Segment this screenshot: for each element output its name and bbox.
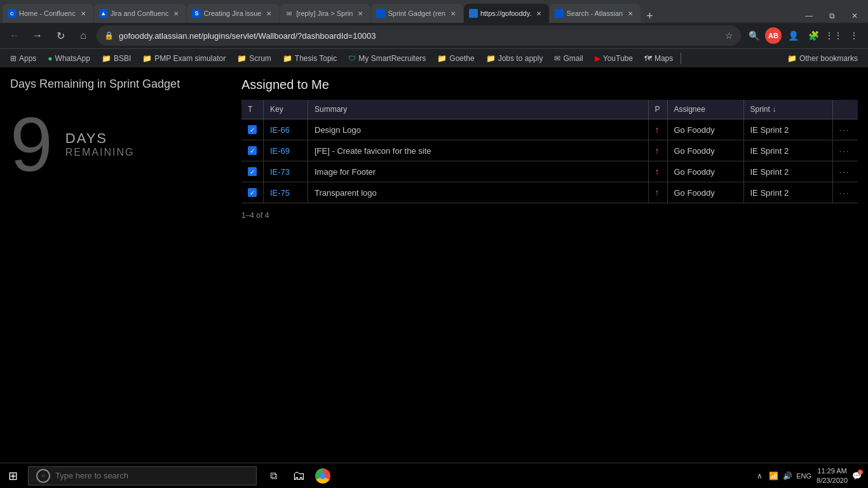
tab-gofooddy-close[interactable]: ✕ bbox=[534, 8, 544, 18]
home-button[interactable]: ⌂ bbox=[74, 26, 93, 45]
more-button-2[interactable]: ··· bbox=[839, 167, 850, 177]
clock-date-label: 8/23/2020 bbox=[817, 476, 848, 485]
profile-icon[interactable]: 👤 bbox=[784, 27, 802, 44]
new-tab-button[interactable]: + bbox=[641, 10, 658, 23]
days-display: 9 DAYS REMAINING bbox=[10, 106, 226, 182]
back-button[interactable]: ← bbox=[5, 26, 24, 45]
col-header-summary[interactable]: Summary bbox=[308, 100, 649, 119]
bookmarks-bar: ⊞ Apps ● WhatsApp 📁 BSBI 📁 PMP Exam simu… bbox=[0, 48, 868, 67]
table-row[interactable]: IE-69 [FE] - Create favicon for the site… bbox=[241, 140, 858, 161]
search-icon[interactable]: 🔍 bbox=[745, 27, 763, 44]
menu-icon[interactable]: ⋮ bbox=[845, 27, 863, 44]
star-icon[interactable]: ☆ bbox=[725, 30, 733, 41]
notification-icon[interactable]: 💬1 bbox=[850, 470, 863, 482]
key-link-2[interactable]: IE-73 bbox=[270, 167, 290, 177]
row-key-0[interactable]: IE-66 bbox=[264, 119, 308, 140]
reload-button[interactable]: ↻ bbox=[51, 26, 70, 45]
bookmark-whatsapp[interactable]: ● WhatsApp bbox=[43, 53, 95, 64]
tab-sprint-gadget-close[interactable]: ✕ bbox=[448, 8, 458, 18]
minimize-button[interactable]: — bbox=[797, 9, 820, 23]
tab-jira-confluence[interactable]: ▲ Jira and Confluenc ✕ bbox=[94, 4, 187, 23]
bookmark-whatsapp-label: WhatsApp bbox=[55, 54, 90, 63]
start-button[interactable]: ⊞ bbox=[0, 463, 25, 489]
taskbar-system-tray: ∧ 📶 🔊 ENG 11:29 AM 8/23/2020 💬1 bbox=[753, 466, 868, 485]
file-explorer-app[interactable]: 🗂 bbox=[287, 464, 310, 487]
col-header-assignee[interactable]: Assignee bbox=[667, 100, 743, 119]
bookmark-other[interactable]: 📁 Other bookmarks bbox=[782, 53, 863, 64]
clock-date[interactable]: 11:29 AM 8/23/2020 bbox=[817, 466, 848, 485]
row-checkbox-1[interactable] bbox=[241, 140, 264, 161]
tab-home-confluence[interactable]: C Home - Confluenc ✕ bbox=[3, 4, 93, 23]
table-row[interactable]: IE-73 Image for Footer ↑ Go Fooddy IE Sp… bbox=[241, 161, 858, 182]
tab-search-atlassian[interactable]: Search - Atlassian ✕ bbox=[550, 4, 641, 23]
bookmark-youtube[interactable]: ▶ YouTube bbox=[590, 53, 638, 64]
atlassian-tab-favicon bbox=[376, 9, 385, 18]
lock-icon: 🔒 bbox=[104, 31, 114, 40]
table-row[interactable]: IE-75 Transparent logo ↑ Go Fooddy IE Sp… bbox=[241, 182, 858, 203]
tab-creating-jira[interactable]: S Creating Jira issue ✕ bbox=[187, 4, 279, 23]
row-checkbox-0[interactable] bbox=[241, 119, 264, 140]
bookmark-apps[interactable]: ⊞ Apps bbox=[5, 53, 41, 64]
key-link-0[interactable]: IE-66 bbox=[270, 125, 290, 135]
taskbar-search-input[interactable] bbox=[55, 471, 248, 480]
bookmark-pmp[interactable]: 📁 PMP Exam simulator bbox=[137, 53, 231, 64]
network-icon[interactable]: 📶 bbox=[767, 470, 780, 482]
tab-jira-confluence-close[interactable]: ✕ bbox=[171, 8, 181, 18]
chrome-app[interactable] bbox=[311, 464, 334, 487]
tab-search-atlassian-close[interactable]: ✕ bbox=[625, 8, 635, 18]
row-checkbox-3[interactable] bbox=[241, 182, 264, 203]
close-button[interactable]: ✕ bbox=[844, 9, 865, 23]
col-header-p[interactable]: P bbox=[648, 100, 667, 119]
bookmark-jobs[interactable]: 📁 Jobs to apply bbox=[481, 53, 548, 64]
tab-sprint-gadget[interactable]: Sprint Gadget (ren ✕ bbox=[371, 4, 463, 23]
more-button-0[interactable]: ··· bbox=[839, 125, 850, 135]
tab-home-confluence-close[interactable]: ✕ bbox=[78, 8, 88, 18]
row-priority-2: ↑ bbox=[648, 161, 667, 182]
volume-icon[interactable]: 🔊 bbox=[781, 470, 794, 482]
tab-creating-jira-close[interactable]: ✕ bbox=[264, 8, 274, 18]
row-priority-0: ↑ bbox=[648, 119, 667, 140]
more-button-1[interactable]: ··· bbox=[839, 146, 850, 156]
row-more-2[interactable]: ··· bbox=[832, 161, 858, 182]
bookmark-smartrecruiters[interactable]: 🛡 My SmartRecruiters bbox=[343, 53, 431, 64]
bookmark-scrum-label: Scrum bbox=[249, 54, 271, 63]
bookmark-scrum[interactable]: 📁 Scrum bbox=[232, 53, 276, 64]
task-view-button[interactable]: ⧉ bbox=[262, 464, 285, 487]
right-panel: Assigned to Me T Key Summary P Assignee … bbox=[241, 78, 858, 452]
tab-bar: C Home - Confluenc ✕ ▲ Jira and Confluen… bbox=[0, 0, 868, 23]
tab-reply-jira[interactable]: ✉ [reply] Jira > Sprin ✕ bbox=[280, 4, 370, 23]
pagination: 1–4 of 4 bbox=[241, 208, 858, 222]
col-header-t[interactable]: T bbox=[241, 100, 264, 119]
row-more-1[interactable]: ··· bbox=[832, 140, 858, 161]
col-header-sprint[interactable]: Sprint ↓ bbox=[743, 100, 832, 119]
forward-button[interactable]: → bbox=[28, 26, 47, 45]
bookmark-gmail[interactable]: ✉ Gmail bbox=[549, 53, 588, 64]
table-row[interactable]: IE-66 Design Logo ↑ Go Fooddy IE Sprint … bbox=[241, 119, 858, 140]
restore-button[interactable]: ⧉ bbox=[822, 9, 843, 23]
extensions-icon[interactable]: 🧩 bbox=[804, 27, 822, 44]
tab-gofooddy-active[interactable]: https://gofooddy. ✕ bbox=[464, 4, 550, 23]
taskbar-search-bar[interactable]: ○ bbox=[28, 466, 257, 485]
row-more-3[interactable]: ··· bbox=[832, 182, 858, 203]
more-button-3[interactable]: ··· bbox=[839, 188, 850, 198]
address-bar[interactable]: 🔒 ☆ bbox=[97, 25, 741, 46]
bookmark-goethe[interactable]: 📁 Goethe bbox=[432, 53, 479, 64]
row-more-0[interactable]: ··· bbox=[832, 119, 858, 140]
bookmark-thesis[interactable]: 📁 Thesis Topic bbox=[278, 53, 342, 64]
row-key-3[interactable]: IE-75 bbox=[264, 182, 308, 203]
tab-reply-jira-close[interactable]: ✕ bbox=[355, 8, 365, 18]
key-link-3[interactable]: IE-75 bbox=[270, 188, 290, 198]
key-link-1[interactable]: IE-69 bbox=[270, 146, 290, 156]
apps-grid-icon[interactable]: ⋮⋮ bbox=[825, 27, 843, 44]
confluence-favicon: C bbox=[8, 9, 17, 18]
bookmark-bsbi[interactable]: 📁 BSBI bbox=[97, 53, 136, 64]
avatar[interactable]: AB bbox=[765, 27, 782, 44]
address-input[interactable] bbox=[119, 31, 720, 41]
taskbar-pinned-apps: 🗂 bbox=[287, 464, 334, 487]
col-header-key[interactable]: Key bbox=[264, 100, 308, 119]
row-key-2[interactable]: IE-73 bbox=[264, 161, 308, 182]
up-arrow-icon[interactable]: ∧ bbox=[753, 470, 766, 482]
bookmark-maps[interactable]: 🗺 Maps bbox=[639, 53, 678, 64]
row-checkbox-2[interactable] bbox=[241, 161, 264, 182]
row-key-1[interactable]: IE-69 bbox=[264, 140, 308, 161]
